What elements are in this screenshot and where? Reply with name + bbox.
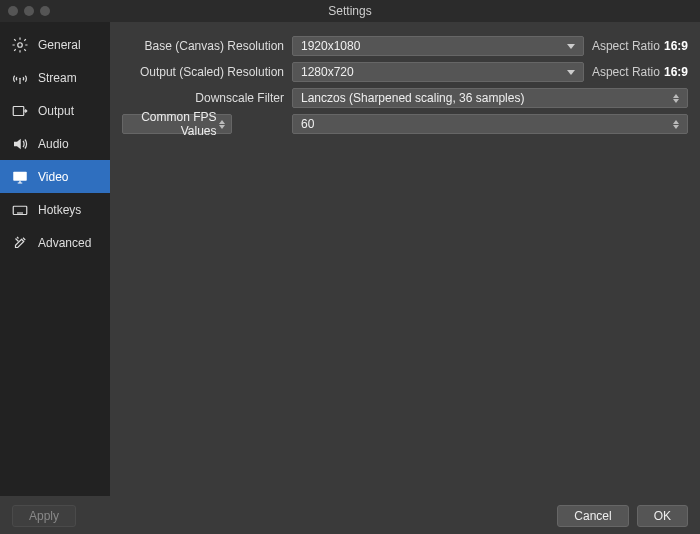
chevron-down-icon (563, 44, 579, 49)
aspect-ratio-label: Aspect Ratio (592, 65, 660, 79)
output-aspect-ratio: Aspect Ratio 16:9 (592, 65, 688, 79)
sidebar-item-advanced[interactable]: Advanced (0, 226, 110, 259)
tools-icon (10, 233, 30, 253)
fps-mode-combo[interactable]: Common FPS Values (122, 114, 232, 134)
ok-button[interactable]: OK (637, 505, 688, 527)
sidebar: General Stream Output Audio Video (0, 22, 110, 496)
output-resolution-label: Output (Scaled) Resolution (122, 65, 284, 79)
chevron-down-icon (563, 70, 579, 75)
sidebar-item-hotkeys[interactable]: Hotkeys (0, 193, 110, 226)
gear-icon (10, 35, 30, 55)
stepper-icon (669, 120, 683, 129)
sidebar-item-stream[interactable]: Stream (0, 61, 110, 94)
downscale-filter-value: Lanczos (Sharpened scaling, 36 samples) (301, 91, 524, 105)
sidebar-item-label: Advanced (38, 236, 91, 250)
sidebar-item-label: Hotkeys (38, 203, 81, 217)
base-resolution-label: Base (Canvas) Resolution (122, 39, 284, 53)
fps-value: 60 (301, 117, 314, 131)
monitor-icon (10, 167, 30, 187)
aspect-ratio-label: Aspect Ratio (592, 39, 660, 53)
sidebar-item-label: Video (38, 170, 68, 184)
sidebar-item-label: Output (38, 104, 74, 118)
stepper-icon (217, 120, 227, 129)
cancel-button[interactable]: Cancel (557, 505, 628, 527)
apply-button[interactable]: Apply (12, 505, 76, 527)
downscale-filter-label: Downscale Filter (122, 91, 284, 105)
broadcast-icon (10, 68, 30, 88)
close-window-icon[interactable] (8, 6, 18, 16)
titlebar: Settings (0, 0, 700, 22)
svg-rect-3 (13, 171, 27, 180)
sidebar-item-video[interactable]: Video (0, 160, 110, 193)
base-resolution-combo[interactable]: 1920x1080 (292, 36, 584, 56)
svg-point-1 (19, 77, 21, 79)
window-title: Settings (0, 4, 700, 18)
sidebar-item-general[interactable]: General (0, 28, 110, 61)
svg-rect-2 (13, 106, 24, 115)
output-resolution-combo[interactable]: 1280x720 (292, 62, 584, 82)
maximize-window-icon[interactable] (40, 6, 50, 16)
minimize-window-icon[interactable] (24, 6, 34, 16)
sidebar-item-audio[interactable]: Audio (0, 127, 110, 160)
sidebar-item-label: Audio (38, 137, 69, 151)
fps-mode-label: Common FPS Values (131, 110, 217, 138)
keyboard-icon (10, 200, 30, 220)
aspect-ratio-value: 16:9 (664, 65, 688, 79)
footer: Apply Cancel OK (0, 496, 700, 534)
sidebar-item-label: General (38, 38, 81, 52)
window-controls (0, 6, 50, 16)
downscale-filter-combo[interactable]: Lanczos (Sharpened scaling, 36 samples) (292, 88, 688, 108)
base-resolution-value: 1920x1080 (301, 39, 360, 53)
fps-value-combo[interactable]: 60 (292, 114, 688, 134)
aspect-ratio-value: 16:9 (664, 39, 688, 53)
speaker-icon (10, 134, 30, 154)
sidebar-item-output[interactable]: Output (0, 94, 110, 127)
output-icon (10, 101, 30, 121)
svg-point-0 (18, 42, 23, 47)
sidebar-item-label: Stream (38, 71, 77, 85)
stepper-icon (669, 94, 683, 103)
video-settings-panel: Base (Canvas) Resolution 1920x1080 Aspec… (110, 22, 700, 496)
output-resolution-value: 1280x720 (301, 65, 354, 79)
base-aspect-ratio: Aspect Ratio 16:9 (592, 39, 688, 53)
